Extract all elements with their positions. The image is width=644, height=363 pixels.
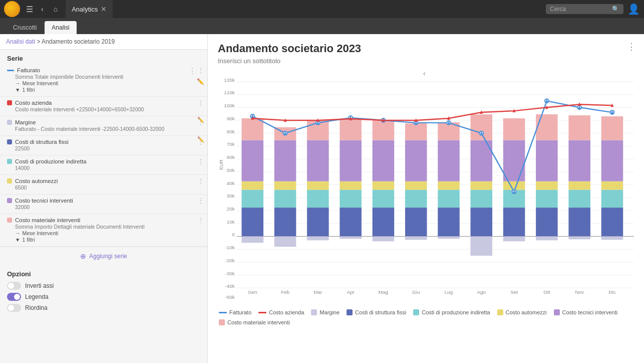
series-more-fatturato[interactable]: ⋮: [188, 66, 196, 76]
series-sub1-struttura: 22500: [15, 145, 192, 151]
series-edit-fatturato[interactable]: ✏️: [197, 78, 204, 85]
svg-rect-49: [307, 190, 329, 208]
home-icon[interactable]: ⌂: [50, 3, 62, 15]
svg-rect-105: [601, 140, 623, 181]
svg-text:10k: 10k: [227, 219, 235, 225]
svg-rect-102: [601, 208, 623, 236]
legend-color-materiale: [219, 319, 225, 325]
svg-rect-72: [438, 208, 460, 236]
subnav-analisi[interactable]: Analisi: [45, 21, 76, 34]
legend-color-tecnici: [554, 309, 560, 315]
toggle-riordina[interactable]: [7, 304, 21, 312]
series-actions-materiale: ⋮: [197, 216, 204, 224]
series-more-icon7[interactable]: ⋮: [197, 197, 204, 205]
chart-legend: Fatturato Costo azienda Margine Costi di…: [218, 309, 634, 325]
series-more-icon6[interactable]: ⋮: [197, 177, 204, 185]
svg-rect-93: [536, 140, 558, 181]
svg-rect-53: [307, 236, 329, 240]
series-item-struttura: Costi di struttura fissi 22500 ⋮: [0, 136, 207, 155]
svg-rect-40: [241, 118, 263, 140]
series-sub1-materiale: Somma Importo Dettagli materiale Documen…: [15, 224, 192, 230]
chart-svg: 120k 110k 100k 90k 80k 70k 60k 50k 40k 3…: [218, 71, 634, 299]
back-icon[interactable]: ‹: [39, 3, 46, 15]
svg-rect-50: [307, 182, 329, 190]
svg-rect-36: [241, 208, 263, 236]
legend-label-tecnici: Costo tecnici interventi: [562, 309, 618, 315]
svg-rect-59: [340, 236, 362, 239]
svg-text:Ago: Ago: [477, 289, 486, 295]
add-series-label: Aggiungi serie: [89, 253, 127, 260]
option-riordina: Riordina: [7, 304, 200, 312]
bars-dic: [601, 116, 623, 240]
svg-rect-73: [438, 190, 460, 208]
svg-text:Mar: Mar: [313, 289, 323, 295]
series-more-icon4[interactable]: ⋮: [197, 138, 204, 146]
breadcrumb-parent[interactable]: Analisi dati: [6, 38, 35, 45]
svg-rect-62: [373, 182, 395, 190]
svg-rect-103: [601, 190, 623, 208]
option-label-inverti: Inverti assi: [25, 282, 54, 289]
svg-text:-30k: -30k: [225, 271, 234, 276]
tab-label: Analytics: [72, 6, 98, 13]
series-more-icon[interactable]: ⋮: [197, 66, 204, 74]
svg-rect-48: [307, 208, 329, 236]
sidebar: Analisi dati > Andamento societario 2019…: [0, 34, 208, 363]
series-sub1-automezzi: 6500: [15, 185, 192, 191]
svg-rect-39: [241, 140, 263, 181]
chart-subtitle-input[interactable]: [218, 57, 634, 65]
series-actions-produzione: ⋮: [197, 157, 204, 165]
svg-rect-56: [340, 182, 362, 190]
series-label-costo-azienda: Costo azienda: [15, 100, 192, 106]
hamburger-icon[interactable]: ☰: [24, 3, 35, 16]
svg-text:EUR: EUR: [218, 159, 224, 170]
tab-close-icon[interactable]: ✕: [101, 5, 107, 13]
series-item-automezzi: Costo automezzi 6500 ⋮: [0, 175, 207, 195]
chart-title-input[interactable]: [218, 42, 634, 55]
legend-color-struttura: [347, 309, 353, 315]
svg-text:Dic: Dic: [608, 289, 615, 295]
toggle-inverti-assi[interactable]: [7, 282, 21, 290]
add-series-button[interactable]: ⊕ Aggiungi serie: [0, 247, 207, 265]
user-icon[interactable]: 👤: [627, 3, 640, 15]
svg-text:Nov: Nov: [575, 289, 584, 295]
svg-rect-77: [438, 236, 460, 239]
series-label-produzione: Costi di produzione indiretta: [15, 158, 192, 164]
svg-rect-58: [340, 118, 362, 140]
series-item-materiale: Costo materiale interventi Somma Importo…: [0, 214, 207, 247]
svg-rect-41: [241, 236, 263, 243]
svg-text:-10k: -10k: [225, 245, 234, 250]
series-label-margine: Margine: [15, 119, 192, 125]
svg-text:Giu: Giu: [412, 289, 420, 295]
legend-label-automezzi: Costo automezzi: [506, 309, 547, 315]
svg-rect-67: [405, 190, 427, 208]
breadcrumb: Analisi dati > Andamento societario 2019: [0, 34, 207, 50]
series-color-margine: [7, 120, 12, 125]
subnav-cruscotti[interactable]: Cruscotti: [6, 21, 44, 34]
svg-rect-90: [536, 208, 558, 236]
series-color-materiale: [7, 218, 12, 223]
series-sub1-margine: Fatturato - Costo materiale interventi -…: [15, 126, 192, 132]
options-title: Opzioni: [7, 270, 200, 278]
search-input[interactable]: [550, 6, 610, 13]
svg-text:Apr: Apr: [347, 289, 355, 295]
toggle-legenda[interactable]: [7, 293, 21, 301]
legend-label-produzione: Costi di produzione indiretta: [422, 309, 490, 315]
series-sub2-materiale: → Mese Interventi: [15, 230, 192, 236]
series-more-icon3[interactable]: ⋮: [197, 118, 204, 126]
series-color-fatturato: [7, 70, 14, 71]
main-layout: Analisi dati > Andamento societario 2019…: [0, 34, 644, 363]
series-more-icon2[interactable]: ⋮: [197, 99, 204, 107]
svg-text:100k: 100k: [224, 103, 234, 108]
svg-rect-107: [601, 236, 623, 240]
legend-costo-azienda: Costo azienda: [258, 309, 304, 315]
bars-lug: [438, 122, 460, 239]
analytics-tab[interactable]: Analytics ✕: [66, 0, 113, 18]
chart-more-button[interactable]: ⋮: [627, 41, 636, 52]
svg-rect-80: [471, 182, 493, 190]
svg-text:60k: 60k: [227, 154, 235, 160]
series-more-icon5[interactable]: ⋮: [197, 157, 204, 165]
series-more-icon8[interactable]: ⋮: [197, 216, 204, 224]
svg-rect-60: [373, 208, 395, 236]
legend-tecnici: Costo tecnici interventi: [554, 309, 618, 315]
search-icon[interactable]: 🔍: [612, 6, 619, 13]
